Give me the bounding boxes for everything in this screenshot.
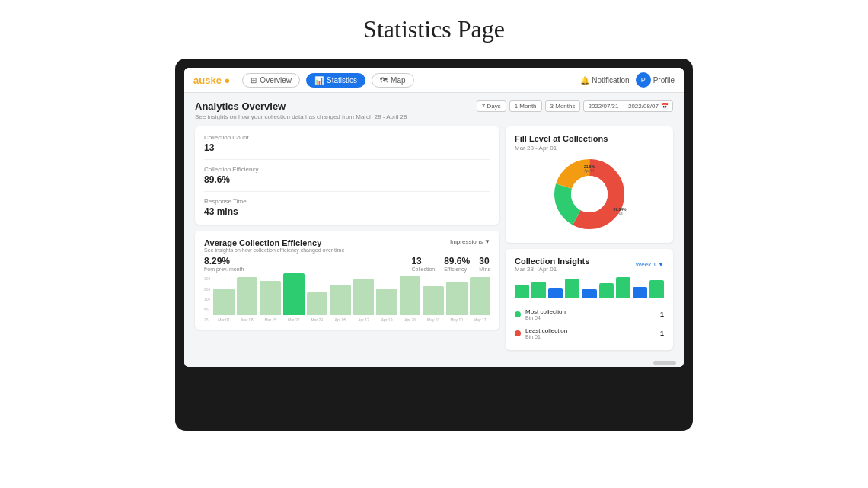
bar-label: Mar 15: [264, 317, 276, 322]
bar-chart-wrapper: 300 200 100 50 25 Mar 01Mar 08Mar 15Mar …: [204, 276, 490, 322]
insights-title-block: Collection Insights Mar 28 - Apr 01: [515, 257, 589, 273]
two-col-layout: Collection Count 13 Collection Efficienc…: [195, 126, 673, 350]
mini-bar: [548, 288, 563, 298]
fill-level-card: Fill Level at Collections Mar 28 - Apr 0…: [506, 126, 673, 243]
mini-bar: [649, 280, 664, 298]
monitor-screen: auske ● ⊞ Overview 📊 Statistics 🗺 Map: [184, 68, 684, 367]
scrollbar-indicator[interactable]: [653, 361, 676, 365]
ace-title-block: Average Collection Efficiency See insigh…: [204, 238, 344, 253]
insights-date: Mar 28 - Apr 01: [515, 266, 589, 273]
insight-most-dot: [515, 311, 521, 317]
ace-stat-label-2: Efficiency: [444, 266, 470, 272]
brand-dot: ●: [225, 75, 231, 86]
ace-stat-label-3: Mins: [479, 266, 490, 272]
ace-stat-value-0: 8.29%: [204, 256, 244, 266]
insight-most-left: Most collection Bin 04: [515, 308, 566, 321]
mini-bar: [582, 289, 596, 298]
chevron-icon: ▼: [484, 238, 490, 245]
svg-text:Apr 54: Apr 54: [584, 169, 595, 173]
filter-1month[interactable]: 1 Month: [509, 100, 542, 112]
mini-bar: [599, 283, 614, 298]
fill-level-date: Mar 28 - Apr 01: [515, 145, 664, 152]
bar-label: Apr 19: [381, 317, 393, 322]
bar-chart: Mar 01Mar 08Mar 15Mar 22Mar 29Apr 05Apr …: [213, 276, 490, 322]
bar-label: Mar 08: [241, 317, 254, 322]
insight-least-text: Least collection Bin 01: [525, 327, 567, 340]
insight-least-dot: [515, 330, 521, 336]
stat-response-label: Response Time: [204, 198, 490, 205]
stat-collection-count-value: 13: [204, 142, 490, 153]
fill-level-title: Fill Level at Collections: [515, 134, 664, 143]
bar: [376, 289, 397, 315]
bar: [330, 285, 351, 315]
stats-card: Collection Count 13 Collection Efficienc…: [195, 126, 499, 225]
bar-group: Apr 26: [400, 276, 421, 322]
stat-collection-efficiency: Collection Efficiency 89.6%: [204, 166, 490, 192]
insights-filter[interactable]: Week 1 ▼: [636, 261, 664, 268]
ace-stat-0: 8.29% from prev. month: [204, 256, 244, 272]
bar-group: May 17: [470, 277, 491, 322]
right-column: Fill Level at Collections Mar 28 - Apr 0…: [506, 126, 673, 350]
monitor-base: [358, 397, 510, 408]
nav-overview[interactable]: ⊞ Overview: [242, 73, 300, 88]
bar-label: Apr 26: [404, 317, 416, 322]
ace-header: Average Collection Efficiency See insigh…: [204, 238, 490, 253]
ace-stat-value-2: 89.6%: [444, 256, 470, 266]
avg-efficiency-card: Average Collection Efficiency See insigh…: [195, 231, 499, 330]
bar-label: Mar 01: [218, 317, 230, 322]
chart-icon: 📊: [314, 76, 324, 85]
ace-filter[interactable]: Impressions ▼: [450, 238, 490, 245]
bar-group: Mar 22: [283, 273, 305, 322]
analytics-title: Analytics Overview: [195, 100, 407, 112]
bell-icon: 🔔: [580, 76, 589, 85]
calendar-icon: 📅: [661, 103, 669, 110]
bar: [446, 282, 468, 315]
analytics-title-block: Analytics Overview See insights on how y…: [195, 100, 407, 120]
ace-stat-2: 89.6% Efficiency: [444, 256, 470, 272]
bar: [283, 273, 305, 315]
collection-insights-card: Collection Insights Mar 28 - Apr 01 Week…: [506, 249, 673, 350]
bar-group: Mar 08: [237, 277, 258, 322]
notification-button[interactable]: 🔔 Notification: [580, 76, 629, 85]
bar: [213, 289, 235, 315]
profile-button[interactable]: P Profile: [636, 72, 675, 88]
nav-statistics[interactable]: 📊 Statistics: [306, 73, 365, 88]
ace-stats: 8.29% from prev. month 13 Collection: [204, 256, 490, 272]
date-range-display: 2022/07/31 — 2022/08/07 📅: [583, 100, 673, 112]
stat-efficiency-label: Collection Efficiency: [204, 166, 490, 173]
bar-group: Mar 01: [213, 289, 235, 322]
stat-efficiency-value: 89.6%: [204, 174, 490, 185]
bar: [237, 277, 258, 315]
bar-label: Mar 22: [288, 317, 300, 322]
svg-point-3: [571, 176, 608, 212]
left-column: Collection Count 13 Collection Efficienc…: [195, 126, 499, 350]
mini-bar: [531, 282, 546, 298]
nav-map[interactable]: 🗺 Map: [372, 73, 413, 88]
mini-bar: [565, 279, 579, 298]
map-icon: 🗺: [380, 76, 388, 85]
stat-response-time: Response Time 43 mins: [204, 198, 490, 217]
filter-7days[interactable]: 7 Days: [477, 100, 506, 112]
donut-chart-svg: 21.8% Apr 54 57.64% Full: [544, 156, 635, 232]
mini-bar: [515, 285, 529, 298]
monitor-stand-assembly: [184, 367, 684, 408]
bar-group: May 03: [423, 286, 444, 322]
analytics-header: Analytics Overview See insights on how y…: [195, 100, 673, 120]
bar: [423, 286, 444, 315]
bar-label: May 03: [427, 317, 439, 322]
insights-title: Collection Insights: [515, 257, 589, 266]
chevron-down-icon: ▼: [658, 261, 664, 268]
analytics-subtitle: See insights on how your collection data…: [195, 113, 407, 120]
ace-stat-label-1: Collection: [411, 266, 435, 272]
chart-y-axis: 300 200 100 50 25: [204, 276, 213, 322]
ace-stat-value-1: 13: [411, 256, 435, 266]
bottom-bar: [184, 358, 684, 367]
bar: [307, 292, 328, 315]
ace-subtitle: See insights on how collection efficienc…: [204, 247, 344, 253]
bar-label: Apr 12: [358, 317, 369, 322]
filter-3months[interactable]: 3 Months: [545, 100, 581, 112]
bar: [260, 281, 281, 315]
bar-label: Apr 05: [335, 317, 346, 322]
brand-text: auske: [193, 75, 222, 86]
bar-group: Apr 12: [353, 279, 375, 322]
